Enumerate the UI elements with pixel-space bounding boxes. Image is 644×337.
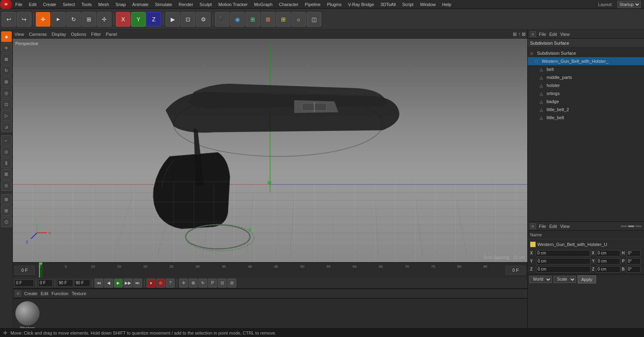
x-axis-button[interactable]: X: [116, 12, 130, 27]
z-axis-button[interactable]: Z: [147, 12, 161, 27]
anim-mode-6[interactable]: ⊟: [227, 279, 236, 287]
viewport-icon-2[interactable]: ↑: [518, 31, 520, 37]
viewport-options-menu[interactable]: Options: [71, 32, 86, 37]
move-button[interactable]: ✛: [36, 12, 50, 27]
menu-tools[interactable]: Tools: [78, 1, 95, 8]
go-start-button[interactable]: ⏮: [95, 279, 103, 287]
mat-edit-menu[interactable]: Edit: [41, 291, 48, 296]
object-color-swatch[interactable]: [530, 242, 536, 247]
viewport-display-menu[interactable]: Display: [52, 32, 66, 37]
viewport-icon-3[interactable]: ⊠: [522, 31, 526, 37]
attr-file-menu[interactable]: File: [539, 224, 546, 229]
go-end-button[interactable]: ⏭: [133, 279, 142, 287]
menu-plugins[interactable]: Plugins: [324, 1, 345, 8]
tree-item-holster[interactable]: △ holster: [528, 81, 644, 89]
record-button[interactable]: ●: [147, 279, 155, 287]
menu-3dtoall[interactable]: 3DToAll: [377, 1, 399, 8]
transform-button[interactable]: ✢: [97, 12, 111, 27]
anim-mode-2[interactable]: ⊞: [189, 279, 198, 287]
tool-8[interactable]: ⊿: [1, 122, 12, 132]
layout-select[interactable]: Startup: [617, 1, 641, 8]
tool-9[interactable]: ⌐: [1, 135, 12, 146]
mat-function-menu[interactable]: Function: [52, 291, 68, 296]
play-button[interactable]: ▶: [114, 279, 123, 287]
display-mode-button[interactable]: ◫: [307, 12, 321, 27]
menu-file[interactable]: File: [12, 1, 26, 8]
anim-mode-4[interactable]: P: [208, 279, 217, 287]
scene-view-menu[interactable]: View: [560, 32, 570, 37]
x-pos-input[interactable]: [536, 250, 590, 256]
frame-input[interactable]: [14, 279, 34, 287]
viewport-icon-1[interactable]: ⊞: [513, 31, 517, 37]
menu-select[interactable]: Select: [60, 1, 78, 8]
obj-spline-button[interactable]: ⊞: [246, 12, 260, 27]
tool-5[interactable]: ◎: [1, 88, 12, 98]
tool-4[interactable]: ⊞: [1, 76, 12, 87]
viewport[interactable]: Perspective: [13, 39, 527, 262]
tool-7[interactable]: ▷: [1, 110, 12, 121]
next-key-button[interactable]: ▶▶: [124, 279, 132, 287]
scene-edit-menu[interactable]: Edit: [549, 32, 557, 37]
menu-motiontracker[interactable]: Motion Tracker: [215, 1, 251, 8]
tool-15[interactable]: ⊞: [1, 205, 12, 216]
prev-frame-button[interactable]: ◀: [104, 279, 113, 287]
menu-render[interactable]: Render: [175, 1, 196, 8]
tree-item-little-belt-2[interactable]: △ little_belt_2: [528, 105, 644, 114]
viewport-view-menu[interactable]: View: [14, 32, 24, 37]
menu-edit[interactable]: Edit: [26, 1, 40, 8]
menu-character[interactable]: Character: [276, 1, 301, 8]
menu-vray[interactable]: V-Ray Bridge: [345, 1, 378, 8]
menu-mesh[interactable]: Mesh: [95, 1, 112, 8]
tool-select[interactable]: ◈: [1, 31, 12, 42]
y-axis-button[interactable]: Y: [131, 12, 146, 27]
menu-animate[interactable]: Animate: [129, 1, 152, 8]
timeline-ruler[interactable]: 0 5 10 15 20 25 30 35 40 45 50 55 60 65: [35, 263, 506, 277]
menu-script[interactable]: Script: [399, 1, 417, 8]
x2-pos-input[interactable]: [596, 250, 620, 256]
tool-14[interactable]: ⊞: [1, 194, 12, 205]
tool-10[interactable]: ⊙: [1, 147, 12, 157]
attr-view-menu[interactable]: View: [560, 224, 570, 229]
rotate-button[interactable]: ↻: [66, 12, 81, 27]
key-help-button[interactable]: ?: [166, 279, 175, 287]
render-settings-button[interactable]: ⚙: [196, 12, 211, 27]
scene-file-menu[interactable]: File: [539, 32, 546, 37]
tree-item-middle-parts[interactable]: △ middle_parts: [528, 73, 644, 81]
h-input[interactable]: [626, 250, 641, 256]
menu-simulate[interactable]: Simulate: [152, 1, 175, 8]
b-input[interactable]: [626, 266, 641, 273]
end-frame-input2[interactable]: [74, 279, 90, 287]
tool-rotate[interactable]: ↻: [1, 65, 12, 76]
obj-deformer-button[interactable]: ⊠: [261, 12, 275, 27]
anim-mode-5[interactable]: ⊡: [218, 279, 227, 287]
end-frame-input[interactable]: [57, 279, 73, 287]
render-to-picture-button[interactable]: ⊡: [181, 12, 195, 27]
obj-nurbs-button[interactable]: ◉: [230, 12, 245, 27]
tool-16[interactable]: ⌬: [1, 217, 12, 227]
tree-item-little-belt[interactable]: △ little_belt: [528, 114, 644, 122]
scale-button[interactable]: ⊞: [82, 12, 96, 27]
tree-item-badge[interactable]: △ badge: [528, 97, 644, 105]
y-pos-input[interactable]: [536, 258, 590, 265]
render-view-button[interactable]: ▶: [165, 12, 180, 27]
menu-window[interactable]: Window: [417, 1, 439, 8]
z2-pos-input[interactable]: [596, 266, 620, 273]
anim-mode-3[interactable]: ↻: [198, 279, 207, 287]
obj-light-button[interactable]: ☼: [291, 12, 306, 27]
obj-camera-button[interactable]: ⊞: [276, 12, 291, 27]
material-ball[interactable]: [15, 301, 39, 325]
p-input[interactable]: [626, 258, 641, 265]
tree-item-srtings[interactable]: △ srtings: [528, 89, 644, 97]
tool-13[interactable]: ⊙: [1, 180, 12, 191]
undo-button[interactable]: ↩: [2, 12, 16, 27]
tool-move[interactable]: ✛: [1, 43, 12, 53]
tree-item-gun-belt[interactable]: ⬡ Western_Gun_Belt_with_Holster_: [528, 57, 644, 65]
mat-create-menu[interactable]: Create: [24, 291, 37, 296]
viewport-filter-menu[interactable]: Filter: [91, 32, 101, 37]
mat-texture-menu[interactable]: Texture: [72, 291, 86, 296]
tool-12[interactable]: ⌘: [1, 169, 12, 180]
auto-key-button[interactable]: ⊙: [156, 279, 165, 287]
tool-6[interactable]: ⊡: [1, 99, 12, 110]
menu-help[interactable]: Help: [439, 1, 455, 8]
scale-dropdown[interactable]: Scale: [553, 276, 576, 283]
